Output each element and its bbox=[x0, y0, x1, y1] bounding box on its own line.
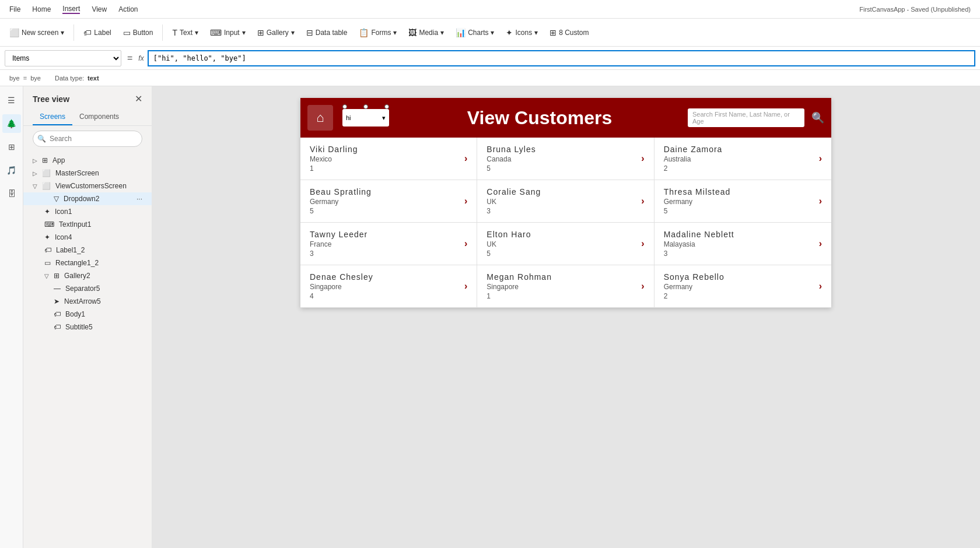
customer-num: 5 bbox=[487, 164, 536, 173]
tree-tab-components[interactable]: Components bbox=[72, 109, 126, 125]
dropdown2-widget[interactable]: hi ▾ bbox=[342, 109, 389, 127]
hint-data-type-label: Data type: bbox=[55, 75, 84, 82]
handle-right[interactable] bbox=[384, 104, 389, 109]
tree-item-gallery2[interactable]: ▽ ⊞ Gallery2 bbox=[23, 269, 152, 282]
chevron-right-icon[interactable]: › bbox=[819, 281, 822, 291]
chevron-right-icon[interactable]: › bbox=[819, 196, 822, 206]
tree-item-separator5[interactable]: — Separator5 bbox=[23, 282, 152, 295]
sidebar-icon-media[interactable]: 🎵 bbox=[2, 161, 21, 180]
customer-cell[interactable]: Tawny LeederFrance3› bbox=[300, 223, 477, 265]
input-button[interactable]: ⌨ Input ▾ bbox=[205, 25, 250, 40]
media-button[interactable]: 🖼 Media ▾ bbox=[404, 25, 449, 40]
tree-tabs: Screens Components bbox=[23, 109, 152, 126]
custom-button[interactable]: ⊞ 8 Custom bbox=[545, 25, 593, 40]
handle-center[interactable] bbox=[363, 104, 368, 109]
customer-name: Tawny Leeder bbox=[310, 230, 368, 239]
tree-item-viewcustomersscreen[interactable]: ▽ ⬜ ViewCustomersScreen bbox=[23, 180, 152, 192]
customer-cell[interactable]: Elton HaroUK5› bbox=[477, 223, 654, 265]
chevron-right-icon[interactable]: › bbox=[464, 153, 467, 164]
customer-country: Germany bbox=[664, 198, 731, 206]
app-icon: ⊞ bbox=[42, 156, 48, 164]
header-search-icon[interactable]: 🔍 bbox=[811, 111, 824, 124]
customer-name: Bruna Lyles bbox=[487, 145, 536, 154]
gallery-button[interactable]: ⊞ Gallery ▾ bbox=[253, 25, 299, 40]
body1-icon: 🏷 bbox=[54, 310, 61, 318]
sidebar-icon-components[interactable]: ⊞ bbox=[2, 138, 21, 156]
customer-cell[interactable]: Megan RohmanSingapore1› bbox=[477, 265, 654, 307]
sidebar-icon-tree[interactable]: 🌲 bbox=[2, 114, 21, 133]
customer-country: UK bbox=[487, 240, 531, 248]
new-screen-button[interactable]: ⬜ New screen ▾ bbox=[5, 25, 69, 40]
text-button[interactable]: T Text ▾ bbox=[167, 25, 203, 40]
sidebar-icon-menu[interactable]: ☰ bbox=[2, 91, 21, 110]
menu-action[interactable]: Action bbox=[118, 5, 138, 13]
chevron-right-icon[interactable]: › bbox=[641, 196, 644, 206]
customer-country: France bbox=[310, 240, 368, 248]
menu-home[interactable]: Home bbox=[32, 5, 51, 13]
menu-view[interactable]: View bbox=[92, 5, 107, 13]
customer-cell[interactable]: Thresa MilsteadGermany5› bbox=[654, 180, 831, 222]
customer-cell[interactable]: Beau SpratlingGermany5› bbox=[300, 180, 477, 222]
label-icon: 🏷 bbox=[83, 28, 92, 37]
dropdown-chevron-icon: ▾ bbox=[382, 114, 386, 122]
customer-cell[interactable]: Viki DarlingMexico1› bbox=[300, 138, 477, 180]
chevron-right-icon[interactable]: › bbox=[819, 238, 822, 249]
data-table-button[interactable]: ⊟ Data table bbox=[302, 25, 352, 40]
menu-file[interactable]: File bbox=[9, 5, 20, 13]
tree-item-app[interactable]: ▷ ⊞ App bbox=[23, 154, 152, 167]
customer-cell[interactable]: Denae ChesleySingapore4› bbox=[300, 265, 477, 307]
label-button[interactable]: 🏷 Label bbox=[79, 25, 116, 40]
home-icon[interactable]: ⌂ bbox=[307, 105, 333, 131]
dropdown2-more-button[interactable]: ··· bbox=[136, 195, 142, 203]
header-search-box[interactable]: Search First Name, Last Name, or Age bbox=[688, 108, 804, 127]
tree-item-body1[interactable]: 🏷 Body1 bbox=[23, 308, 152, 321]
charts-button[interactable]: 📊 Charts ▾ bbox=[451, 25, 499, 40]
chevron-right-icon[interactable]: › bbox=[641, 281, 644, 291]
formula-bar: Items = fx bbox=[0, 47, 980, 70]
app-header-title: View Customers bbox=[398, 107, 681, 129]
customer-list: Viki DarlingMexico1›Bruna LylesCanada5›D… bbox=[300, 138, 831, 308]
tree-item-masterscreen[interactable]: ▷ ⬜ MasterScreen bbox=[23, 167, 152, 180]
handle-left[interactable] bbox=[342, 104, 347, 109]
customer-cell[interactable]: Coralie SangUK3› bbox=[477, 180, 654, 222]
customer-num: 3 bbox=[487, 207, 541, 215]
icons-button[interactable]: ✦ Icons ▾ bbox=[501, 25, 542, 40]
chevron-right-icon[interactable]: › bbox=[641, 153, 644, 164]
customer-cell[interactable]: Madaline NeblettMalayasia3› bbox=[654, 223, 831, 265]
chevron-right-icon[interactable]: › bbox=[819, 153, 822, 164]
tree-item-textinput1[interactable]: ⌨ TextInput1 bbox=[23, 218, 152, 231]
customer-row: Denae ChesleySingapore4›Megan RohmanSing… bbox=[300, 265, 831, 308]
formula-equals: = bbox=[125, 53, 135, 64]
button-button[interactable]: ▭ Button bbox=[118, 25, 158, 40]
chevron-right-icon[interactable]: › bbox=[641, 238, 644, 249]
tree-items-list: ▷ ⊞ App ▷ ⬜ MasterScreen ▽ ⬜ ViewCustome… bbox=[23, 152, 152, 548]
sidebar-panel: Tree view ✕ Screens Components 🔍 ▷ ⊞ App bbox=[23, 86, 152, 548]
tree-item-dropdown2[interactable]: ▽ Dropdown2 ··· bbox=[23, 192, 152, 205]
menu-insert[interactable]: Insert bbox=[62, 5, 80, 14]
customer-name: Denae Chesley bbox=[310, 272, 373, 282]
customer-cell[interactable]: Sonya RebelloGermany2› bbox=[654, 265, 831, 307]
forms-button[interactable]: 📋 Forms ▾ bbox=[354, 25, 401, 40]
tree-item-nextarrow5[interactable]: ➤ NextArrow5 bbox=[23, 295, 152, 308]
tree-tab-screens[interactable]: Screens bbox=[33, 109, 72, 125]
data-table-icon: ⊟ bbox=[306, 28, 313, 37]
tree-close-button[interactable]: ✕ bbox=[135, 93, 142, 104]
sidebar-icon-data[interactable]: 🗄 bbox=[2, 184, 21, 203]
fx-label: fx bbox=[138, 54, 144, 62]
dropdown-widget-container: hi ▾ bbox=[342, 109, 389, 127]
tree-item-subtitle5[interactable]: 🏷 Subtitle5 bbox=[23, 321, 152, 333]
tree-item-icon4[interactable]: ✦ Icon4 bbox=[23, 231, 152, 244]
chevron-right-icon[interactable]: › bbox=[464, 281, 467, 291]
formula-input[interactable] bbox=[148, 50, 975, 66]
tree-search-input[interactable] bbox=[33, 131, 142, 147]
formula-property-dropdown[interactable]: Items bbox=[5, 50, 121, 66]
customer-cell[interactable]: Bruna LylesCanada5› bbox=[477, 138, 654, 180]
sidebar-icons: ☰ 🌲 ⊞ 🎵 🗄 bbox=[0, 86, 23, 548]
customer-cell[interactable]: Daine ZamoraAustralia2› bbox=[654, 138, 831, 180]
tree-item-icon1[interactable]: ✦ Icon1 bbox=[23, 205, 152, 218]
app-header: ⌂ hi ▾ View Customers Search First N bbox=[300, 98, 831, 138]
chevron-right-icon[interactable]: › bbox=[464, 238, 467, 249]
tree-item-rectangle1-2[interactable]: ▭ Rectangle1_2 bbox=[23, 257, 152, 269]
chevron-right-icon[interactable]: › bbox=[464, 196, 467, 206]
tree-item-label1-2[interactable]: 🏷 Label1_2 bbox=[23, 244, 152, 257]
